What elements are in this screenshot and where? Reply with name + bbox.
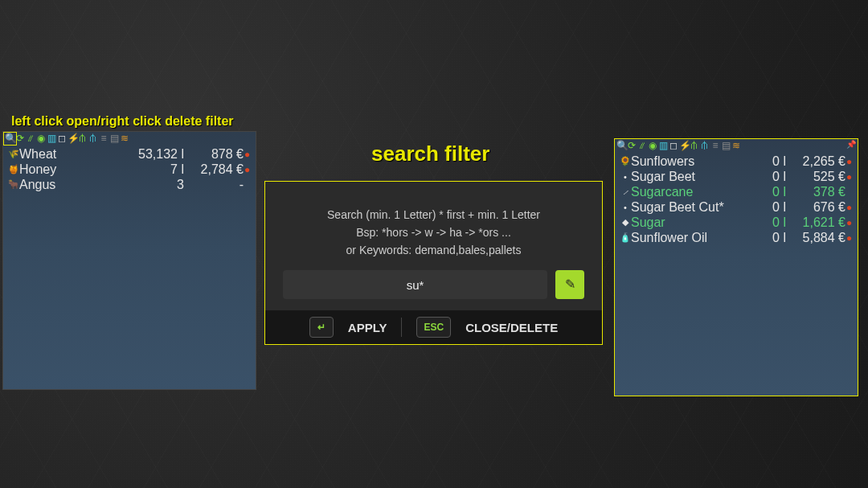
sliders-b-icon[interactable]: ⫛ — [700, 141, 710, 150]
item-name: Angus — [19, 178, 133, 192]
item-name: Sugar Beet — [631, 170, 735, 184]
print-icon[interactable]: ▤ — [721, 141, 731, 150]
item-price: 525 € — [791, 170, 845, 184]
item-qty: 0 l — [735, 200, 791, 215]
table-row[interactable]: 🍯Honey7 l2,784 €● — [8, 162, 251, 177]
dialog-help-2: Bsp: *hors -> w -> ha -> *ors ... — [283, 223, 584, 241]
globe-icon[interactable]: ◉ — [648, 141, 657, 150]
sliders-a-icon[interactable]: ⫛ — [690, 141, 699, 150]
item-icon: 🍯 — [8, 164, 19, 174]
item-qty: 7 l — [133, 162, 189, 177]
table-row[interactable]: •Sugar Beet0 l525 €● — [620, 169, 853, 184]
storage-icon[interactable]: ≡ — [710, 141, 720, 150]
dialog-help-1: Search (min. 1 Letter) * first + min. 1 … — [283, 206, 584, 223]
item-icon: 🐂 — [8, 179, 19, 190]
flash-icon[interactable]: ⚡ — [68, 133, 77, 143]
close-delete-button[interactable]: CLOSE/DELETE — [465, 321, 558, 334]
item-price: 378 € — [791, 185, 845, 199]
item-icon: • — [620, 203, 631, 212]
trend-down-icon: ● — [846, 156, 853, 167]
table-row[interactable]: 🧴Sunflower Oil0 l5,884 €● — [620, 230, 853, 245]
item-name: Sunflowers — [631, 154, 735, 169]
table-row[interactable]: 🌻Sunflowers0 l2,265 €● — [620, 154, 853, 169]
chart-icon[interactable]: ⫽ — [26, 133, 35, 143]
item-qty: 0 l — [735, 154, 791, 169]
item-name: Wheat — [19, 147, 133, 162]
table-row[interactable]: ◆Sugar0 l1,621 €● — [620, 215, 853, 230]
item-price: 2,265 € — [791, 154, 845, 169]
search-icon[interactable]: 🔍 — [616, 141, 626, 150]
dialog-footer: ↵ APPLY ESC CLOSE/DELETE — [265, 310, 602, 344]
left-rows: 🌾Wheat53,132 l878 €●🍯Honey7 l2,784 €●🐂An… — [3, 145, 256, 194]
sliders-a-icon[interactable]: ⫛ — [78, 133, 88, 143]
trend-down-icon: ● — [846, 232, 853, 244]
globe-icon[interactable]: ◉ — [36, 133, 46, 143]
stack-icon[interactable]: ▥ — [47, 133, 56, 143]
table-row[interactable]: ⟋Sugarcane0 l378 € — [620, 184, 853, 199]
search-icon[interactable]: 🔍 — [5, 133, 14, 143]
separator — [401, 318, 402, 337]
trend-down-icon: ● — [244, 149, 251, 160]
print-icon[interactable]: ▤ — [109, 133, 119, 143]
table-row[interactable]: •Sugar Beet Cut*0 l676 €● — [620, 199, 853, 215]
item-name: Sugar — [631, 215, 735, 230]
item-qty: 0 l — [735, 215, 791, 230]
right-rows: 🌻Sunflowers0 l2,265 €●•Sugar Beet0 l525 … — [615, 152, 858, 247]
item-price: 878 € — [189, 147, 244, 162]
inventory-panel-right: 📌 🔍⟳⫽◉▥◻⚡⫛⫛≡▤≋ 🌻Sunflowers0 l2,265 €●•Su… — [614, 138, 858, 396]
item-name: Sugar Beet Cut* — [631, 200, 735, 215]
table-row[interactable]: 🌾Wheat53,132 l878 €● — [8, 146, 251, 162]
search-input[interactable] — [283, 270, 547, 299]
inventory-panel-left: 🔍⟳⫽◉▥◻⚡⫛⫛≡▤≋ 🌾Wheat53,132 l878 €●🍯Honey7… — [2, 131, 256, 390]
filter-icon[interactable]: ≋ — [120, 133, 129, 143]
storage-icon[interactable]: ≡ — [99, 133, 108, 143]
trend-down-icon: ● — [846, 171, 853, 182]
enter-key-icon: ↵ — [309, 317, 334, 338]
item-icon: 🌾 — [8, 149, 19, 159]
edit-button[interactable]: ✎ — [555, 270, 584, 299]
pin-icon[interactable]: 📌 — [846, 140, 856, 149]
filter-icon[interactable]: ≋ — [731, 141, 741, 150]
item-qty: 0 l — [735, 170, 791, 184]
item-icon: ◆ — [620, 217, 631, 228]
item-price: - — [189, 178, 244, 192]
item-icon: 🌻 — [620, 156, 631, 166]
dialog-help-3: or Keywords: demand,bales,pallets — [283, 241, 584, 259]
trend-down-icon: ● — [244, 164, 251, 175]
pencil-icon: ✎ — [565, 276, 575, 293]
hint-text: left click open/right click delete filte… — [11, 114, 234, 129]
item-price: 5,884 € — [791, 231, 845, 245]
apply-button[interactable]: APPLY — [348, 321, 387, 334]
item-qty: 53,132 l — [133, 147, 189, 162]
trend-down-icon: ● — [846, 202, 853, 213]
item-price: 1,621 € — [791, 215, 845, 230]
esc-key-icon: ESC — [416, 317, 451, 338]
item-price: 2,784 € — [189, 162, 244, 177]
item-name: Sugarcane — [631, 185, 735, 199]
item-qty: 0 l — [735, 231, 791, 245]
box-icon[interactable]: ◻ — [57, 133, 67, 143]
toolbar: 🔍⟳⫽◉▥◻⚡⫛⫛≡▤≋ — [3, 132, 256, 145]
item-icon: • — [620, 172, 631, 182]
search-filter-dialog: Search (min. 1 Letter) * first + min. 1 … — [264, 181, 603, 345]
item-icon: 🧴 — [620, 232, 631, 243]
item-qty: 3 — [133, 178, 189, 192]
item-icon: ⟋ — [620, 187, 631, 197]
dialog-title: search filter — [371, 141, 489, 166]
toolbar: 🔍⟳⫽◉▥◻⚡⫛⫛≡▤≋ — [615, 139, 858, 152]
item-name: Sunflower Oil — [631, 231, 735, 245]
table-row[interactable]: 🐂Angus3- — [8, 177, 251, 192]
flash-icon[interactable]: ⚡ — [679, 141, 689, 150]
item-name: Honey — [19, 162, 133, 177]
sliders-b-icon[interactable]: ⫛ — [88, 133, 98, 143]
stack-icon[interactable]: ▥ — [658, 141, 668, 150]
item-qty: 0 l — [735, 185, 791, 199]
chart-icon[interactable]: ⫽ — [637, 141, 647, 150]
item-price: 676 € — [791, 200, 845, 215]
trend-down-icon: ● — [846, 217, 853, 228]
box-icon[interactable]: ◻ — [669, 141, 678, 150]
